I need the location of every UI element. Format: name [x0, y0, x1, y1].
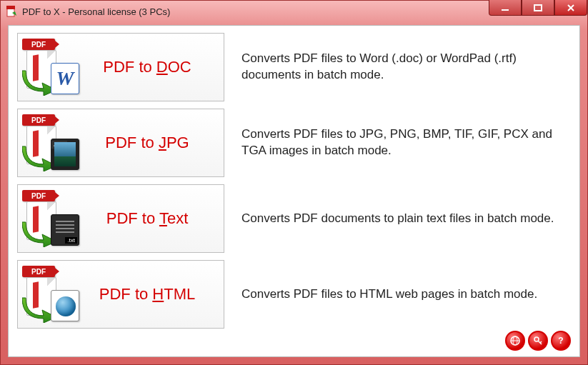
pdf-to-jpg-icon: PDF JPG: [22, 114, 79, 171]
svg-rect-2: [502, 9, 509, 11]
word-doc-icon: [51, 63, 79, 94]
svg-rect-1: [6, 6, 15, 9]
help-button[interactable]: ?: [551, 331, 571, 351]
pdf-badge-icon: PDF: [22, 114, 55, 126]
pdf-to-text-button[interactable]: PDF .txt PDF to Text: [17, 184, 224, 253]
mode-row-jpg: PDF JPG PDF to JPG Converts PDF files to…: [17, 109, 571, 177]
txt-file-icon: .txt: [51, 214, 79, 246]
footer-toolbar: ?: [505, 331, 571, 351]
mode-description: Converts PDF documents to plain text fil…: [224, 211, 571, 227]
maximize-button[interactable]: [522, 0, 554, 16]
minimize-button[interactable]: [489, 0, 522, 16]
pdf-to-jpg-button[interactable]: PDF JPG PDF to JPG: [17, 109, 224, 177]
mode-row-html: PDF PDF to HTML Converts PDF files to HT…: [17, 260, 571, 329]
app-icon: [6, 6, 18, 17]
pdf-badge-icon: PDF: [22, 266, 55, 277]
client-area: PDF PDF to DOC Converts PDF files to Wor…: [8, 25, 580, 357]
mode-description: Converts PDF files to HTML web pages in …: [224, 286, 571, 303]
svg-rect-3: [534, 5, 542, 11]
pdf-to-text-icon: PDF .txt: [22, 190, 79, 247]
pdf-to-doc-icon: PDF: [22, 39, 79, 96]
mode-label: PDF to JPG: [79, 134, 219, 152]
mode-label: PDF to HTML: [79, 285, 219, 304]
svg-text:?: ?: [558, 336, 563, 346]
html-globe-icon: [51, 290, 79, 321]
jpg-image-icon: JPG: [51, 139, 79, 170]
window-title: PDF to X - Personal license (3 PCs): [22, 6, 170, 17]
window-controls: [489, 0, 587, 16]
mode-label: PDF to DOC: [79, 58, 219, 76]
website-button[interactable]: [505, 331, 525, 351]
minimize-icon: [501, 4, 509, 12]
close-icon: [567, 4, 575, 12]
pdf-to-doc-button[interactable]: PDF PDF to DOC: [17, 33, 224, 101]
mode-description: Converts PDF files to Word (.doc) or Wor…: [224, 51, 571, 84]
question-icon: ?: [555, 335, 567, 346]
key-icon: [532, 335, 544, 346]
pdf-to-html-icon: PDF: [22, 266, 79, 323]
maximize-icon: [534, 4, 542, 12]
register-button[interactable]: [528, 331, 548, 351]
titlebar: PDF to X - Personal license (3 PCs): [1, 1, 587, 22]
pdf-badge-icon: PDF: [22, 190, 55, 201]
pdf-badge-icon: PDF: [22, 39, 55, 50]
mode-row-doc: PDF PDF to DOC Converts PDF files to Wor…: [17, 33, 571, 101]
pdf-to-html-button[interactable]: PDF PDF to HTML: [17, 260, 224, 329]
mode-description: Converts PDF files to JPG, PNG, BMP, TIF…: [224, 126, 571, 159]
close-button[interactable]: [554, 0, 587, 16]
app-window: PDF to X - Personal license (3 PCs) PDF: [0, 0, 588, 365]
mode-row-text: PDF .txt PDF to Text Converts PDF docume…: [17, 184, 571, 253]
mode-label: PDF to Text: [79, 209, 219, 228]
globe-icon: [509, 335, 521, 346]
